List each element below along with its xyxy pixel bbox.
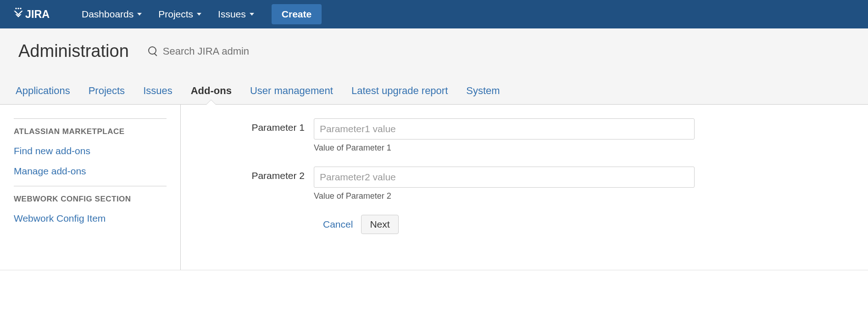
admin-header: Administration Applications Projects Iss…: [0, 28, 868, 105]
sidebar-group-webwork: WEBWORK CONFIG SECTION Webwork Config It…: [14, 186, 167, 224]
field-label: Parameter 2: [199, 167, 314, 181]
search-icon: [148, 46, 158, 56]
sidebar-group-marketplace: ATLASSIAN MARKETPLACE Find new add-ons M…: [14, 118, 167, 177]
tab-system[interactable]: System: [464, 78, 501, 104]
nav-issues[interactable]: Issues: [210, 9, 262, 20]
form-row-parameter-1: Parameter 1 Value of Parameter 1: [199, 118, 850, 153]
parameter-2-input[interactable]: [314, 167, 695, 188]
jira-logo-text: JIRA: [25, 8, 50, 20]
svg-point-1: [17, 8, 19, 9]
sidebar: ATLASSIAN MARKETPLACE Find new add-ons M…: [0, 105, 181, 270]
main-content: Parameter 1 Value of Parameter 1 Paramet…: [181, 105, 868, 270]
sidebar-heading: ATLASSIAN MARKETPLACE: [14, 127, 167, 136]
field-wrap: Value of Parameter 1: [314, 118, 695, 153]
nav-label: Dashboards: [82, 9, 134, 20]
body-layout: ATLASSIAN MARKETPLACE Find new add-ons M…: [0, 105, 868, 270]
admin-header-row: Administration: [0, 28, 868, 78]
admin-search-input[interactable]: [163, 45, 346, 57]
svg-point-0: [15, 8, 17, 9]
field-wrap: Value of Parameter 2: [314, 167, 695, 201]
tab-user-management[interactable]: User management: [248, 78, 335, 104]
sidebar-link-manage-add-ons[interactable]: Manage add-ons: [14, 166, 167, 177]
top-nav: JIRA Dashboards Projects Issues Create: [0, 0, 868, 28]
tab-latest-upgrade-report[interactable]: Latest upgrade report: [350, 78, 450, 104]
nav-dashboards[interactable]: Dashboards: [73, 9, 150, 20]
parameter-1-input[interactable]: [314, 118, 695, 140]
cancel-button[interactable]: Cancel: [323, 219, 353, 230]
sidebar-link-find-new-add-ons[interactable]: Find new add-ons: [14, 145, 167, 156]
nav-label: Issues: [218, 9, 246, 20]
field-label: Parameter 1: [199, 118, 314, 133]
page-title: Administration: [18, 41, 129, 61]
field-hint: Value of Parameter 1: [314, 143, 695, 153]
admin-search[interactable]: [148, 45, 346, 57]
sidebar-link-webwork-config-item[interactable]: Webwork Config Item: [14, 213, 167, 224]
sidebar-heading: WEBWORK CONFIG SECTION: [14, 195, 167, 204]
create-button[interactable]: Create: [272, 4, 322, 24]
jira-logo-icon: JIRA: [9, 7, 60, 21]
next-button[interactable]: Next: [361, 215, 398, 234]
chevron-down-icon: [137, 13, 142, 16]
nav-projects[interactable]: Projects: [150, 9, 210, 20]
nav-label: Projects: [158, 9, 193, 20]
jira-logo[interactable]: JIRA: [9, 7, 60, 21]
tab-projects[interactable]: Projects: [87, 78, 127, 104]
tab-applications[interactable]: Applications: [14, 78, 72, 104]
admin-tabs: Applications Projects Issues Add-ons Use…: [0, 78, 868, 104]
form-row-parameter-2: Parameter 2 Value of Parameter 2: [199, 167, 850, 201]
form-actions: Cancel Next: [323, 215, 850, 234]
svg-point-2: [20, 8, 21, 9]
field-hint: Value of Parameter 2: [314, 191, 695, 201]
chevron-down-icon: [197, 13, 201, 16]
tab-add-ons[interactable]: Add-ons: [189, 78, 234, 104]
tab-issues[interactable]: Issues: [141, 78, 174, 104]
chevron-down-icon: [250, 13, 254, 16]
